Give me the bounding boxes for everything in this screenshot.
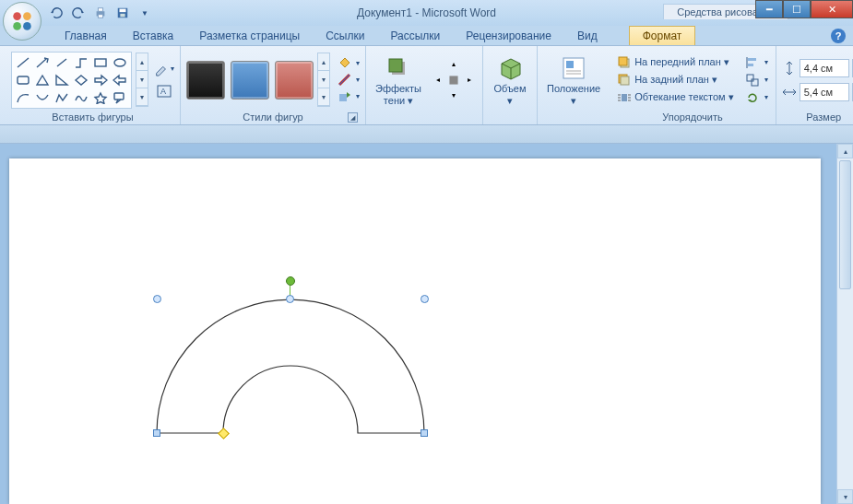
rotation-handle[interactable] (286, 276, 295, 286)
svg-point-2 (13, 22, 21, 30)
svg-rect-13 (95, 59, 106, 66)
styles-more-icon[interactable]: ▾ (318, 88, 329, 106)
shadow-effects-button[interactable]: Эффекты тени ▾ (372, 52, 425, 107)
rotate-button[interactable]: ▾ (743, 89, 770, 106)
document-page[interactable] (9, 158, 821, 504)
edit-shape-button[interactable]: ▾ (154, 59, 174, 79)
svg-rect-22 (449, 76, 457, 84)
group-label-styles: Стили фигур ◢ (186, 111, 360, 124)
tab-layout[interactable]: Разметка страницы (186, 27, 313, 45)
send-back-button[interactable]: На задний план ▾ (615, 72, 736, 88)
bring-front-button[interactable]: На передний план ▾ (615, 54, 736, 71)
group-shadow: Эффекты тени ▾ ▴ ◂ ▸ ▾ (366, 46, 483, 124)
tab-insert[interactable]: Вставка (120, 27, 187, 45)
change-shape-button[interactable]: ▾ (338, 89, 360, 104)
group-3d: Объем ▾ (483, 46, 538, 124)
tab-view[interactable]: Вид (564, 27, 610, 45)
shape-callout-icon[interactable] (111, 89, 129, 106)
shape-dblarrow-icon[interactable] (53, 54, 71, 71)
group-label-position-spacer (543, 111, 604, 124)
block-arc-shape[interactable] (157, 299, 424, 433)
minimize-button[interactable]: ━ (755, 0, 783, 18)
shape-rect-icon[interactable] (91, 54, 110, 71)
shape-rightarrow-icon[interactable] (91, 72, 110, 88)
maximize-button[interactable]: ☐ (783, 0, 811, 18)
shadow-nudge-down[interactable]: ▾ (446, 88, 461, 103)
title-bar: ▼ Документ1 - Microsoft Word Средства ри… (0, 0, 853, 26)
style-swatch-black[interactable] (186, 61, 225, 100)
shadow-nudge-right[interactable]: ▸ (462, 73, 477, 88)
shadow-nudge-left[interactable]: ◂ (431, 73, 445, 88)
styles-scrollbar[interactable]: ▴ ▾ ▾ (317, 53, 330, 107)
shape-connector-icon[interactable] (72, 54, 90, 71)
height-icon (782, 61, 797, 76)
svg-rect-5 (98, 8, 102, 12)
help-button[interactable]: ? (831, 29, 846, 43)
shadow-toggle[interactable] (446, 73, 461, 88)
scroll-thumb[interactable] (839, 160, 851, 289)
svg-rect-40 (748, 64, 753, 66)
shape-star-icon[interactable] (91, 89, 110, 106)
gallery-scroll-up-icon[interactable]: ▴ (136, 53, 148, 71)
svg-text:A: A (160, 87, 166, 96)
shape-diamond-icon[interactable] (72, 72, 90, 88)
styles-scroll-up-icon[interactable]: ▴ (318, 53, 329, 71)
scroll-down-icon[interactable]: ▾ (837, 489, 853, 504)
shapes-gallery[interactable] (11, 52, 132, 109)
3d-effects-button[interactable]: Объем ▾ (489, 52, 531, 107)
shape-arrow-icon[interactable] (33, 54, 52, 71)
gallery-scroll-down-icon[interactable]: ▾ (136, 71, 148, 88)
svg-rect-30 (621, 76, 629, 85)
resize-handle-nw[interactable] (153, 295, 161, 303)
shape-rtriangle-icon[interactable] (53, 72, 71, 88)
style-swatch-red[interactable] (275, 61, 314, 100)
shadow-nudge-up[interactable]: ▴ (446, 57, 461, 72)
tab-mail[interactable]: Рассылки (377, 27, 453, 45)
shape-leftarrow-icon[interactable] (111, 72, 129, 88)
gallery-scrollbar[interactable]: ▴ ▾ ▾ (136, 53, 148, 107)
shape-line-icon[interactable] (14, 54, 32, 71)
shape-outline-button[interactable]: ▾ (338, 73, 360, 88)
close-button[interactable]: ✕ (811, 0, 853, 18)
gallery-more-icon[interactable]: ▾ (136, 88, 148, 106)
qat-dropdown[interactable]: ▼ (136, 5, 153, 21)
resize-handle-n[interactable] (286, 295, 294, 303)
resize-handle-sw[interactable] (153, 429, 160, 437)
redo-button[interactable] (70, 5, 87, 21)
group-button[interactable]: ▾ (743, 72, 770, 88)
shape-oval-icon[interactable] (111, 54, 129, 71)
position-button[interactable]: Положение ▾ (543, 52, 604, 107)
save-button[interactable] (114, 5, 131, 21)
print-button[interactable] (92, 5, 109, 21)
undo-button[interactable] (48, 5, 65, 21)
shape-freeform-icon[interactable] (53, 89, 71, 106)
shape-curve1-icon[interactable] (14, 89, 32, 106)
svg-line-11 (37, 59, 46, 67)
resize-handle-se[interactable] (421, 429, 428, 437)
group-shape-styles: ▴ ▾ ▾ ▾ ▾ ▾ Стили фигур ◢ (181, 46, 366, 124)
shape-fill-button[interactable]: ▾ (338, 56, 360, 71)
resize-handle-ne[interactable] (421, 295, 429, 303)
text-wrap-button[interactable]: Обтекание текстом ▾ (615, 89, 736, 106)
vertical-scrollbar[interactable]: ▴ ▾ (836, 144, 853, 504)
position-icon (559, 53, 588, 83)
styles-dialog-launcher[interactable]: ◢ (348, 112, 358, 123)
align-button[interactable]: ▾ (743, 54, 770, 71)
shape-roundrect-icon[interactable] (14, 72, 32, 88)
tab-review[interactable]: Рецензирование (453, 27, 564, 45)
text-box-button[interactable]: A (154, 81, 174, 101)
tab-refs[interactable]: Ссылки (313, 27, 377, 45)
shape-triangle-icon[interactable] (33, 72, 52, 88)
scroll-up-icon[interactable]: ▴ (837, 144, 853, 158)
shape-curve2-icon[interactable] (33, 89, 52, 106)
selected-shape[interactable] (148, 295, 433, 446)
styles-scroll-down-icon[interactable]: ▾ (318, 71, 329, 88)
height-input[interactable] (800, 59, 849, 77)
tab-format[interactable]: Формат (629, 26, 696, 45)
width-input[interactable] (800, 83, 849, 101)
style-swatch-blue[interactable] (231, 61, 269, 100)
office-button[interactable] (3, 2, 41, 41)
tab-home[interactable]: Главная (52, 27, 120, 45)
group-arrange: На передний план ▾ На задний план ▾ Обте… (610, 46, 776, 124)
shape-scribble-icon[interactable] (72, 89, 90, 106)
